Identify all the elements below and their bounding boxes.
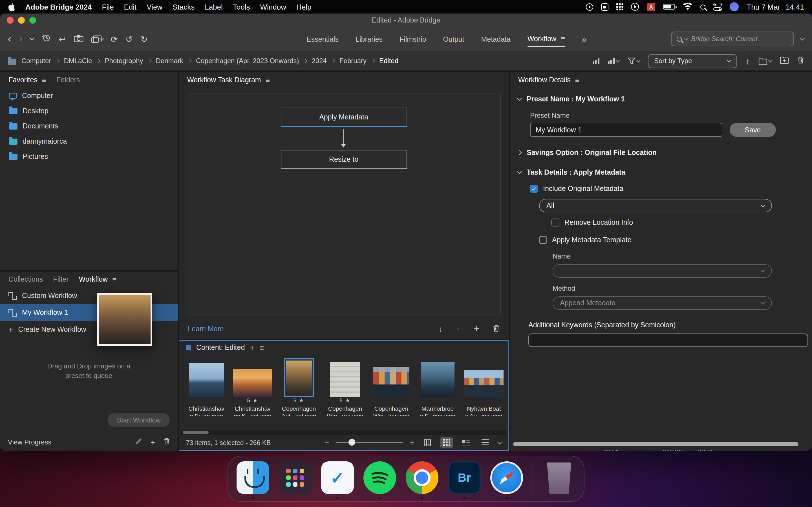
history-icon[interactable] bbox=[42, 34, 51, 44]
widget-icon[interactable] bbox=[601, 3, 608, 10]
section-preset-name[interactable]: Preset Name : My Workflow 1 bbox=[510, 88, 812, 103]
app-menu-title[interactable]: Adobe Bridge 2024 bbox=[26, 3, 92, 11]
drag-preview-thumbnail[interactable] bbox=[97, 293, 152, 346]
tab-collections[interactable]: Collections bbox=[8, 276, 43, 283]
crumb-copenhagen[interactable]: Copenhagen (Apr. 2023 Onwards) bbox=[196, 57, 299, 65]
horizontal-scrollbar[interactable] bbox=[181, 431, 506, 434]
photo-thumbnail[interactable] bbox=[330, 362, 360, 397]
menu-help[interactable]: Help bbox=[296, 3, 312, 11]
preview-quality-icon[interactable] bbox=[608, 58, 619, 64]
view-details-button[interactable] bbox=[460, 437, 472, 448]
crumb-2024[interactable]: 2024 bbox=[312, 57, 327, 65]
add-task-icon[interactable]: + bbox=[474, 323, 479, 335]
dock-safari[interactable] bbox=[490, 461, 523, 497]
zoom-in-icon[interactable]: + bbox=[409, 438, 414, 447]
forward-button[interactable]: › bbox=[19, 34, 22, 44]
delete-preset-icon[interactable] bbox=[163, 438, 170, 446]
minimize-button[interactable] bbox=[18, 17, 25, 24]
workspace-menu-icon[interactable]: ≡ bbox=[561, 34, 565, 43]
recent-folders-icon[interactable] bbox=[758, 57, 771, 64]
dock-launchpad[interactable] bbox=[279, 461, 312, 497]
close-button[interactable] bbox=[7, 17, 13, 24]
nav-chevron-icon[interactable] bbox=[30, 36, 35, 41]
metadata-scope-dropdown[interactable]: All bbox=[539, 199, 772, 212]
view-list-button[interactable] bbox=[479, 437, 491, 448]
refresh-icon[interactable]: ⟳ bbox=[110, 35, 117, 43]
dock-spotify[interactable] bbox=[363, 461, 396, 497]
thumbnail-item-selected[interactable]: 5 ★ Copenhagen Aut...set jpeg bbox=[277, 358, 320, 416]
details-horizontal-scrollbar[interactable] bbox=[513, 442, 808, 446]
slider-knob[interactable] bbox=[349, 439, 355, 446]
crumb-computer[interactable]: Computer bbox=[21, 57, 51, 65]
favorites-item-computer[interactable]: Computer bbox=[0, 88, 177, 103]
edit-preset-icon[interactable] bbox=[135, 438, 142, 446]
tab-libraries[interactable]: Libraries bbox=[356, 32, 383, 46]
photo-thumbnail[interactable] bbox=[233, 369, 272, 397]
return-icon[interactable]: ↩ bbox=[59, 35, 66, 43]
preset-name-input[interactable] bbox=[530, 123, 722, 137]
thumbnail-item[interactable]: 5 ★ Christianshav ns K...set jpeg bbox=[231, 358, 274, 416]
diagram-canvas[interactable]: Apply Metadata Resize to bbox=[187, 94, 501, 316]
back-button[interactable]: ‹ bbox=[8, 34, 11, 44]
play-icon[interactable] bbox=[631, 3, 639, 11]
thumbnail-item[interactable]: Copenhagen Win...ker jpeg bbox=[370, 358, 413, 416]
tab-output[interactable]: Output bbox=[443, 32, 464, 46]
tab-folders[interactable]: Folders bbox=[56, 76, 80, 84]
thumbnail-item[interactable]: Marmorbroe n F...gen jpeg bbox=[416, 358, 459, 416]
dock-chrome[interactable] bbox=[406, 461, 439, 497]
thumbnail-quality-icon[interactable] bbox=[592, 58, 599, 64]
tab-favorites[interactable]: Favorites ≡ bbox=[8, 76, 46, 84]
favorites-item-documents[interactable]: Documents bbox=[0, 118, 177, 133]
add-preset-icon[interactable]: + bbox=[151, 438, 155, 446]
tab-workflow[interactable]: Workflow ≡ bbox=[527, 31, 565, 47]
learn-more-link[interactable]: Learn More bbox=[188, 325, 224, 333]
favorites-item-pictures[interactable]: Pictures bbox=[0, 149, 177, 164]
adobe-a-badge[interactable]: A bbox=[647, 3, 655, 11]
zoom-out-icon[interactable]: − bbox=[324, 438, 329, 447]
content-panel-menu-icon[interactable]: ≡ bbox=[260, 343, 264, 352]
apply-metadata-template-row[interactable]: Apply Metadata Template bbox=[539, 236, 812, 244]
checkbox-checked[interactable]: ✓ bbox=[530, 185, 538, 193]
dock-finder[interactable] bbox=[237, 461, 269, 497]
section-task-details[interactable]: Task Details : Apply Metadata bbox=[510, 161, 812, 176]
sort-direction-up-icon[interactable]: ↑ bbox=[746, 57, 750, 65]
save-button[interactable]: Save bbox=[730, 123, 776, 137]
view-grid-button[interactable] bbox=[421, 437, 434, 448]
delete-task-icon[interactable] bbox=[493, 325, 500, 334]
method-dropdown[interactable]: Append Metadata bbox=[553, 296, 772, 310]
details-panel-menu-icon[interactable]: ≡ bbox=[575, 76, 579, 84]
menu-stacks[interactable]: Stacks bbox=[172, 3, 195, 11]
start-workflow-button[interactable]: Start Workflow bbox=[108, 413, 170, 427]
dial-icon[interactable] bbox=[586, 3, 593, 10]
filter-by-rating-icon[interactable] bbox=[627, 57, 640, 64]
move-task-down-icon[interactable]: ↓ bbox=[439, 325, 443, 334]
thumbnail-size-slider[interactable] bbox=[336, 442, 403, 444]
tab-metadata[interactable]: Metadata bbox=[481, 32, 510, 46]
node-resize-to[interactable]: Resize to bbox=[281, 150, 407, 169]
diagram-panel-menu-icon[interactable]: ≡ bbox=[266, 76, 270, 84]
favorites-item-home[interactable]: dannymaiorca bbox=[0, 133, 177, 149]
rotate-ccw-icon[interactable]: ↺ bbox=[125, 35, 133, 43]
crumb-dmlacie[interactable]: DMLaCie bbox=[64, 57, 92, 65]
delete-icon[interactable] bbox=[797, 56, 804, 65]
thumbnail-item[interactable]: Christianshav n Fr..ter jpeg bbox=[185, 358, 228, 416]
tab-essentials[interactable]: Essentials bbox=[306, 32, 339, 46]
menu-edit[interactable]: Edit bbox=[124, 3, 137, 11]
menu-file[interactable]: File bbox=[102, 3, 114, 11]
tab-filter[interactable]: Filter bbox=[53, 276, 69, 283]
duplicate-icon[interactable] bbox=[91, 35, 103, 43]
section-savings-option[interactable]: Savings Option : Original File Location bbox=[510, 142, 812, 157]
photo-thumbnail[interactable] bbox=[373, 367, 409, 397]
photo-thumbnail[interactable] bbox=[189, 363, 224, 397]
search-input[interactable] bbox=[691, 36, 788, 42]
search-options-chevron[interactable] bbox=[800, 36, 805, 41]
move-task-up-icon[interactable]: ↑ bbox=[456, 325, 460, 334]
apple-menu[interactable] bbox=[8, 3, 15, 11]
favorites-panel-menu-icon[interactable]: ≡ bbox=[42, 76, 46, 84]
sort-dropdown[interactable]: Sort by Type bbox=[648, 54, 737, 68]
scrollbar-thumb[interactable] bbox=[183, 431, 209, 434]
photo-thumbnail[interactable] bbox=[464, 370, 504, 397]
tab-workflow[interactable]: Workflow ≡ bbox=[79, 275, 117, 284]
menu-view[interactable]: View bbox=[147, 3, 162, 11]
menu-bar-clock[interactable]: Thu 7 Mar 14.41 bbox=[747, 3, 804, 11]
